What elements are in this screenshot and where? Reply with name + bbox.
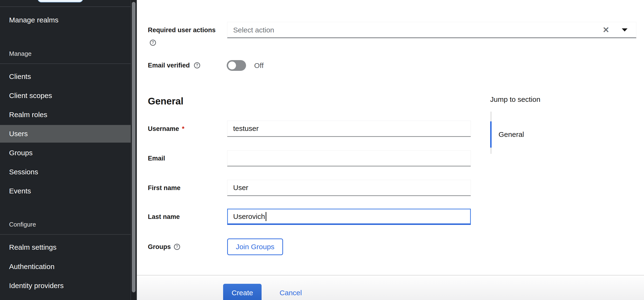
sidebar-item-authentication[interactable]: Authentication xyxy=(0,258,131,276)
email-label: Email xyxy=(148,150,165,166)
create-button[interactable]: Create xyxy=(223,284,262,300)
sidebar-nav: Manage realms Manage Clients Client scop… xyxy=(0,0,131,300)
sidebar-scrollbar-thumb[interactable] xyxy=(132,2,136,292)
required-user-actions-label: Required user actions xyxy=(148,22,216,38)
sidebar-item-users[interactable]: Users xyxy=(0,125,131,143)
sidebar-section-configure: Configure xyxy=(0,217,131,232)
email-verified-help-icon[interactable]: ? xyxy=(194,62,200,68)
last-name-value: Userovich xyxy=(233,212,265,221)
required-asterisk: * xyxy=(182,125,185,132)
sidebar-item-clients[interactable]: Clients xyxy=(0,68,131,85)
jump-link-general[interactable]: General xyxy=(498,126,524,143)
jump-link-active-indicator xyxy=(490,121,492,148)
username-label-row: Username* xyxy=(148,121,184,137)
cancel-button[interactable]: Cancel xyxy=(276,284,305,300)
last-name-label: Last name xyxy=(148,209,180,225)
sidebar-item-identity-providers[interactable]: Identity providers xyxy=(0,277,131,295)
text-cursor xyxy=(266,212,266,221)
select-placeholder: Select action xyxy=(233,22,274,38)
create-user-page: Manage realms Manage Clients Client scop… xyxy=(0,0,644,300)
email-input[interactable] xyxy=(227,150,471,166)
clear-selection-icon[interactable]: ✕ xyxy=(603,26,610,34)
required-user-actions-select[interactable]: Select action ✕ xyxy=(227,22,636,38)
sidebar-item-manage-realms[interactable]: Manage realms xyxy=(0,11,131,29)
sidebar-item-groups[interactable]: Groups xyxy=(0,144,131,162)
sidebar-item-realm-settings[interactable]: Realm settings xyxy=(0,238,131,256)
email-verified-state: Off xyxy=(254,60,264,71)
chevron-down-icon[interactable] xyxy=(622,28,628,31)
sidebar-divider xyxy=(0,234,131,235)
join-groups-button[interactable]: Join Groups xyxy=(227,238,283,255)
last-name-input[interactable]: Userovich xyxy=(227,209,471,225)
jump-to-section-title: Jump to section xyxy=(490,95,540,104)
current-realm-button[interactable] xyxy=(38,0,83,2)
first-name-label: First name xyxy=(148,180,180,196)
groups-help-icon[interactable]: ? xyxy=(174,244,180,250)
sidebar-divider xyxy=(0,6,131,7)
sidebar-section-manage: Manage xyxy=(0,46,131,61)
email-verified-toggle[interactable] xyxy=(227,60,246,71)
sidebar-item-client-scopes[interactable]: Client scopes xyxy=(0,87,131,105)
email-verified-label: Email verified xyxy=(148,60,190,71)
sidebar-scrollbar-track xyxy=(131,0,136,300)
sidebar-item-sessions[interactable]: Sessions xyxy=(0,163,131,181)
required-user-actions-help-icon[interactable]: ? xyxy=(150,40,156,46)
sidebar-divider xyxy=(0,63,131,64)
create-user-form: Required user actions ? Select action ✕ … xyxy=(137,0,644,300)
first-name-input[interactable] xyxy=(227,180,471,196)
sidebar-item-events[interactable]: Events xyxy=(0,182,131,200)
groups-label: Groups xyxy=(148,238,171,255)
toggle-knob xyxy=(228,62,236,69)
sidebar-item-realm-roles[interactable]: Realm roles xyxy=(0,106,131,124)
footer-action-bar xyxy=(137,276,644,300)
username-input[interactable] xyxy=(227,121,471,137)
username-label: Username xyxy=(148,125,179,132)
general-section-heading: General xyxy=(148,96,184,107)
